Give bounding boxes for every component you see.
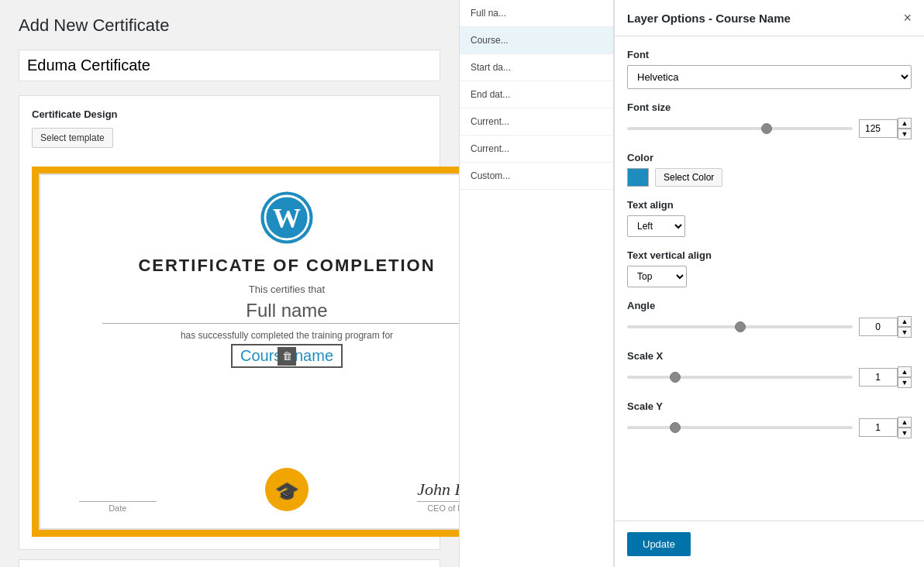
scale-x-row: Scale X ▲ ▼ [627, 350, 912, 388]
layer-item-current1[interactable]: Current... [460, 108, 613, 136]
cert-certifies-text: This certifies that [249, 284, 325, 295]
font-size-input-wrapper: ▲ ▼ [859, 118, 912, 139]
scale-x-slider-row: ▲ ▼ [627, 366, 912, 388]
scale-x-slider[interactable] [627, 376, 853, 379]
scale-y-input-wrapper: ▲ ▼ [859, 417, 912, 438]
graduation-icon: 🎓 [264, 466, 310, 513]
scale-y-up-button[interactable]: ▲ [898, 417, 912, 428]
trash-icon: 🗑 [282, 350, 292, 362]
scale-x-input-wrapper: ▲ ▼ [859, 366, 912, 388]
scale-y-down-button[interactable]: ▼ [898, 428, 912, 438]
font-size-slider-row: ▲ ▼ [627, 118, 912, 139]
font-size-input[interactable] [859, 119, 898, 138]
scale-y-row: Scale Y ▲ ▼ [627, 400, 912, 438]
layers-panel: Full na...Course...Start da...End dat...… [459, 0, 614, 567]
font-size-slider[interactable] [627, 127, 853, 130]
layer-item-end-date[interactable]: End dat... [460, 81, 613, 108]
scale-x-spin-group: ▲ ▼ [898, 366, 912, 388]
close-button[interactable]: × [903, 11, 912, 25]
scale-y-slider[interactable] [627, 426, 853, 429]
angle-row: Angle ▲ ▼ [627, 300, 912, 338]
cert-completed-text: has successfully completed the training … [181, 330, 393, 341]
angle-spin-group: ▲ ▼ [898, 316, 912, 338]
scale-x-up-button[interactable]: ▲ [898, 366, 912, 377]
cert-coursename-drag-handle[interactable]: 🗑 [278, 347, 296, 366]
scale-y-slider-row: ▲ ▼ [627, 417, 912, 438]
font-size-down-button[interactable]: ▼ [898, 129, 912, 139]
color-swatch[interactable] [627, 168, 649, 187]
page-title: Add New Certificate [19, 15, 440, 36]
angle-input[interactable] [859, 318, 898, 336]
cert-ceo-line [417, 501, 459, 502]
text-vertical-align-row: Text vertical align TopMiddleBottom [627, 249, 912, 287]
layer-item-full-name[interactable]: Full na... [460, 0, 613, 27]
angle-slider[interactable] [627, 325, 853, 328]
font-select[interactable]: Helvetica [627, 65, 912, 89]
text-align-select[interactable]: LeftCenterRight [627, 215, 685, 237]
font-size-up-button[interactable]: ▲ [898, 118, 912, 129]
font-size-label: Font size [627, 101, 912, 113]
color-label: Color [627, 152, 912, 163]
layer-item-start-date[interactable]: Start da... [460, 54, 613, 81]
scale-y-label: Scale Y [627, 400, 912, 412]
text-align-label: Text align [627, 199, 912, 211]
text-vertical-align-control: TopMiddleBottom [627, 266, 912, 287]
svg-text:🎓: 🎓 [274, 479, 300, 504]
update-button[interactable]: Update [627, 532, 691, 556]
cert-signature: John Doe [417, 479, 459, 500]
certificate-design-section: Certificate Design Select template W CER… [19, 95, 440, 550]
scale-y-spin-group: ▲ ▼ [898, 417, 912, 438]
text-vertical-align-label: Text vertical align [627, 249, 912, 261]
layer-options-panel: Layer Options - Course Name × Font Helve… [614, 0, 924, 567]
angle-up-button[interactable]: ▲ [898, 316, 912, 327]
certificate-design-label: Certificate Design [32, 108, 427, 120]
layer-item-current2[interactable]: Current... [460, 136, 613, 163]
angle-down-button[interactable]: ▼ [898, 327, 912, 338]
layer-item-course[interactable]: Course... [460, 27, 613, 54]
font-row: Font Helvetica [627, 49, 912, 89]
text-align-control: LeftCenterRight [627, 215, 912, 237]
cert-date-section: Date [79, 501, 157, 513]
font-size-row: Font size ▲ ▼ [627, 101, 912, 139]
scale-x-down-button[interactable]: ▼ [898, 377, 912, 388]
font-label: Font [627, 49, 912, 60]
select-template-button[interactable]: Select template [32, 128, 113, 148]
cert-title-text: CERTIFICATE OF COMPLETION [138, 256, 435, 276]
main-panel: Add New Certificate Certificate Design S… [0, 0, 459, 567]
cert-fullname-text: Full name [102, 300, 459, 324]
certificate-canvas-wrapper: W CERTIFICATE OF COMPLETION This certifi… [32, 167, 459, 537]
select-color-button[interactable]: Select Color [655, 168, 722, 187]
layer-item-custom[interactable]: Custom... [460, 163, 613, 190]
wordpress-logo: W [260, 191, 314, 245]
layer-options-header: Layer Options - Course Name × [615, 0, 924, 36]
angle-input-wrapper: ▲ ▼ [859, 316, 912, 338]
angle-slider-row: ▲ ▼ [627, 316, 912, 338]
cert-date-line [79, 501, 157, 502]
layer-options-body: Font Helvetica Font size ▲ ▼ Color [615, 36, 924, 521]
cert-date-label: Date [79, 503, 157, 513]
font-size-spin-group: ▲ ▼ [898, 118, 912, 139]
options-section: Options [19, 559, 440, 567]
color-row: Color Select Color [627, 152, 912, 187]
cert-bottom-section: Date 🎓 John Doe CEO of Eduma [79, 459, 459, 513]
cert-coursename-wrapper[interactable]: Course name 🗑 [231, 344, 343, 368]
scale-x-input[interactable] [859, 368, 898, 387]
cert-ceo-label: CEO of Eduma [417, 503, 459, 513]
layer-options-title: Layer Options - Course Name [627, 12, 791, 25]
certificate-canvas: W CERTIFICATE OF COMPLETION This certifi… [39, 174, 459, 530]
text-vertical-align-select[interactable]: TopMiddleBottom [627, 266, 687, 287]
scale-y-input[interactable] [859, 418, 898, 437]
cert-ceo-section: John Doe CEO of Eduma [417, 479, 459, 513]
scale-x-label: Scale X [627, 350, 912, 362]
svg-text:W: W [273, 203, 301, 234]
text-align-row: Text align LeftCenterRight [627, 199, 912, 237]
angle-label: Angle [627, 300, 912, 311]
certificate-title-input[interactable] [19, 50, 440, 81]
color-control-row: Select Color [627, 168, 912, 187]
layer-options-footer: Update [615, 521, 924, 567]
